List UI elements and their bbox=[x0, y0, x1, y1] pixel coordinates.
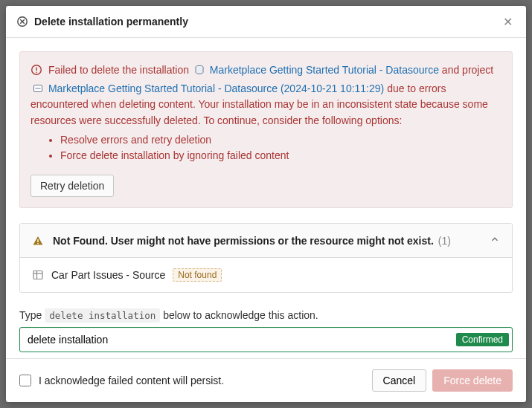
notfound-header[interactable]: Not Found. User might not have permissio… bbox=[20, 224, 512, 258]
ack-code: delete installation bbox=[45, 308, 160, 323]
retry-button[interactable]: Retry deletion bbox=[31, 175, 114, 197]
error-option: Force delete installation by ignoring fa… bbox=[60, 148, 501, 164]
alert-circle-icon bbox=[31, 64, 42, 81]
persist-checkbox-label[interactable]: I acknowledge failed content will persis… bbox=[19, 375, 366, 386]
warning-icon bbox=[32, 235, 44, 247]
ack-prefix: Type bbox=[19, 309, 42, 321]
persist-checkbox-text: I acknowledge failed content will persis… bbox=[39, 375, 224, 386]
acknowledge-instruction: Type delete installation below to acknow… bbox=[19, 309, 513, 321]
error-mid: and project bbox=[442, 64, 493, 76]
error-option: Resolve errors and retry deletion bbox=[60, 132, 501, 149]
error-panel: Failed to delete the installation Market… bbox=[19, 51, 513, 208]
close-button[interactable]: ✕ bbox=[499, 13, 516, 30]
notfound-item-name: Car Part Issues - Source bbox=[51, 269, 165, 281]
chevron-up-icon bbox=[490, 234, 500, 247]
datasource-icon bbox=[193, 64, 205, 76]
dialog-title: Delete installation permanently bbox=[34, 16, 499, 27]
delete-circle-icon bbox=[16, 16, 28, 27]
error-prefix: Failed to delete the installation bbox=[48, 64, 189, 76]
svg-rect-10 bbox=[37, 243, 38, 244]
error-options-list: Resolve errors and retry deletion Force … bbox=[60, 132, 501, 164]
close-icon: ✕ bbox=[503, 16, 513, 28]
project-icon bbox=[32, 82, 44, 94]
svg-point-5 bbox=[36, 72, 37, 74]
error-message: Failed to delete the installation Market… bbox=[31, 62, 501, 129]
installation-link[interactable]: Marketplace Getting Started Tutorial - D… bbox=[210, 64, 439, 76]
svg-rect-11 bbox=[33, 271, 42, 279]
notfound-section: Not Found. User might not have permissio… bbox=[19, 223, 513, 293]
confirmed-badge: Confirmed bbox=[456, 333, 509, 346]
dataset-icon bbox=[32, 269, 44, 281]
dialog-footer: I acknowledge failed content will persis… bbox=[6, 358, 526, 402]
notfound-item-row: Car Part Issues - Source Not found bbox=[20, 258, 512, 292]
confirm-input-wrap: Confirmed bbox=[19, 327, 513, 352]
persist-checkbox[interactable] bbox=[19, 375, 31, 386]
confirm-input[interactable] bbox=[19, 327, 513, 352]
notfound-count: (1) bbox=[438, 235, 451, 247]
cancel-button[interactable]: Cancel bbox=[372, 369, 427, 392]
ack-suffix: below to acknowledge this action. bbox=[163, 309, 318, 321]
dialog-header: Delete installation permanently ✕ bbox=[6, 6, 526, 38]
notfound-title: Not Found. User might not have permissio… bbox=[53, 235, 434, 247]
project-link[interactable]: Marketplace Getting Started Tutorial - D… bbox=[48, 82, 384, 94]
force-delete-button[interactable]: Force delete bbox=[432, 369, 513, 392]
svg-rect-9 bbox=[37, 239, 38, 242]
dialog-body: Failed to delete the installation Market… bbox=[6, 38, 526, 358]
notfound-badge: Not found bbox=[173, 268, 222, 282]
delete-dialog: Delete installation permanently ✕ Failed… bbox=[6, 6, 526, 402]
